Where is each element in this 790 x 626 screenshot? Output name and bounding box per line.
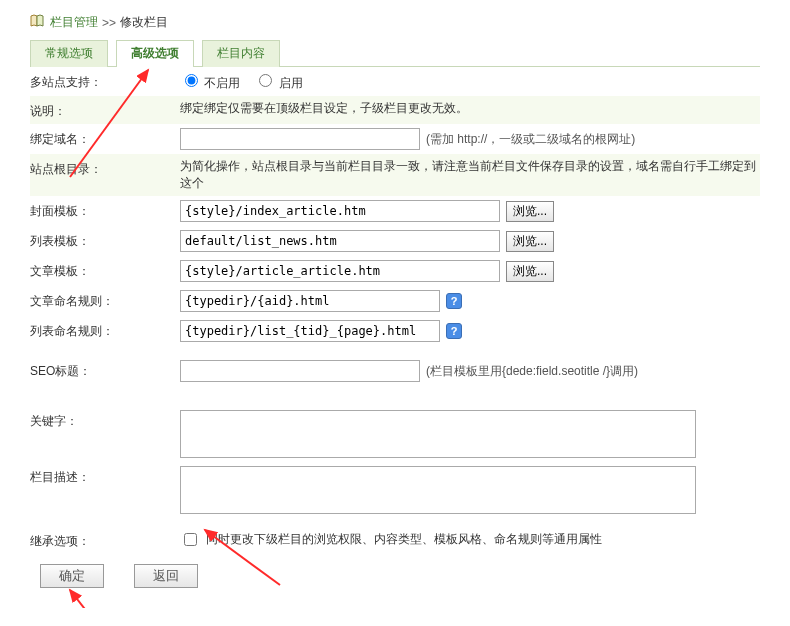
rule-list-label: 列表命名规则： xyxy=(30,320,180,340)
explain-label: 说明： xyxy=(30,100,180,120)
multisite-yes[interactable]: 启用 xyxy=(254,71,302,92)
tpl-list-input[interactable] xyxy=(180,230,500,252)
inherit-text: 同时更改下级栏目的浏览权限、内容类型、模板风格、命名规则等通用属性 xyxy=(206,531,602,548)
tab-advanced[interactable]: 高级选项 xyxy=(116,40,194,67)
tpl-cover-input[interactable] xyxy=(180,200,500,222)
rule-article-label: 文章命名规则： xyxy=(30,290,180,310)
svg-line-2 xyxy=(70,590,95,608)
multisite-yes-radio[interactable] xyxy=(259,74,272,87)
back-button[interactable]: 返回 xyxy=(134,564,198,588)
inherit-label: 继承选项： xyxy=(30,530,180,550)
tpl-article-browse-button[interactable]: 浏览... xyxy=(506,261,554,282)
domain-hint: (需加 http://，一级或二级域名的根网址) xyxy=(426,131,635,148)
breadcrumb: 栏目管理 >> 修改栏目 xyxy=(30,10,760,39)
ok-button[interactable]: 确定 xyxy=(40,564,104,588)
help-icon[interactable]: ? xyxy=(446,293,462,309)
seo-hint: (栏目模板里用{dede:field.seotitle /}调用) xyxy=(426,363,638,380)
multisite-no[interactable]: 不启用 xyxy=(180,71,240,92)
tab-bar: 常规选项 高级选项 栏目内容 xyxy=(30,39,760,67)
keywords-input[interactable] xyxy=(180,410,696,458)
root-label: 站点根目录： xyxy=(30,158,180,178)
help-icon[interactable]: ? xyxy=(446,323,462,339)
inherit-checkbox[interactable] xyxy=(184,533,197,546)
tab-general[interactable]: 常规选项 xyxy=(30,40,108,67)
seo-input[interactable] xyxy=(180,360,420,382)
root-text: 为简化操作，站点根目录与当前栏目目录一致，请注意当前栏目文件保存目录的设置，域名… xyxy=(180,158,760,192)
crumb-sep: >> xyxy=(102,16,116,30)
rule-list-input[interactable] xyxy=(180,320,440,342)
tpl-list-label: 列表模板： xyxy=(30,230,180,250)
tpl-cover-browse-button[interactable]: 浏览... xyxy=(506,201,554,222)
domain-input[interactable] xyxy=(180,128,420,150)
tpl-article-label: 文章模板： xyxy=(30,260,180,280)
multisite-label: 多站点支持： xyxy=(30,71,180,91)
desc-label: 栏目描述： xyxy=(30,466,180,486)
seo-label: SEO标题： xyxy=(30,360,180,380)
multisite-no-radio[interactable] xyxy=(185,74,198,87)
tpl-list-browse-button[interactable]: 浏览... xyxy=(506,231,554,252)
tab-content[interactable]: 栏目内容 xyxy=(202,40,280,67)
book-icon xyxy=(30,14,46,31)
tpl-cover-label: 封面模板： xyxy=(30,200,180,220)
crumb-current: 修改栏目 xyxy=(120,14,168,31)
crumb-root[interactable]: 栏目管理 xyxy=(50,14,98,31)
explain-text: 绑定绑定仅需要在顶级栏目设定，子级栏目更改无效。 xyxy=(180,100,468,117)
rule-article-input[interactable] xyxy=(180,290,440,312)
tpl-article-input[interactable] xyxy=(180,260,500,282)
domain-label: 绑定域名： xyxy=(30,128,180,148)
desc-input[interactable] xyxy=(180,466,696,514)
keywords-label: 关键字： xyxy=(30,410,180,430)
